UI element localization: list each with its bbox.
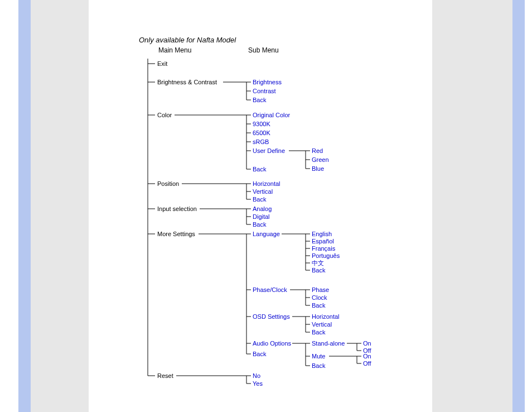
audio-mu-0: On	[363, 353, 371, 360]
sub-more-back: Back	[253, 351, 267, 357]
header-sub: Sub Menu	[248, 46, 279, 54]
osd-1: Vertical	[312, 321, 332, 328]
audio-mute: Mute	[312, 353, 325, 360]
lang-4: 中文	[312, 260, 324, 266]
lang-3: Português	[312, 252, 340, 259]
sub-more-osd: OSD Settings	[253, 313, 290, 320]
menu-bc: Brightness & Contrast	[157, 79, 217, 85]
lang-2: Français	[312, 245, 336, 252]
sub-more-phase: Phase/Clock	[253, 286, 287, 293]
sub-pos-0: Horizontal	[253, 180, 280, 187]
menu-input: Input selection	[157, 205, 197, 212]
lang-1: Español	[312, 238, 334, 245]
sub-color-3: sRGB	[253, 138, 269, 145]
audio-back: Back	[312, 362, 326, 369]
sub-more-lang: Language	[253, 231, 280, 237]
audio-sa: Stand-alone	[312, 340, 345, 347]
sub-color-ud-0: Red	[312, 147, 323, 154]
menu-more: More Settings	[157, 231, 195, 237]
phase-2: Back	[312, 302, 326, 309]
sub-bc-0: Brightness	[253, 79, 282, 85]
osd-0: Horizontal	[312, 313, 340, 320]
audio-mu-1: Off	[363, 360, 371, 367]
sub-color-ud-2: Blue	[312, 165, 324, 172]
sub-more-audio: Audio Options	[253, 340, 292, 347]
sub-in-1: Digital	[253, 213, 270, 220]
menu-tree: Main Menu Sub Menu Exit Brightness & Con…	[0, 0, 532, 412]
lang-0: English	[312, 231, 332, 237]
phase-0: Phase	[312, 286, 329, 293]
phase-1: Clock	[312, 294, 327, 301]
sub-pos-2: Back	[253, 196, 267, 203]
audio-sa-0: On	[363, 340, 371, 347]
menu-color: Color	[157, 112, 172, 118]
reset-1: Yes	[253, 380, 263, 387]
sub-color-5: Back	[253, 166, 267, 173]
menu-position: Position	[157, 180, 179, 187]
sub-color-0: Original Color	[253, 112, 291, 118]
header-main: Main Menu	[158, 46, 191, 54]
sub-in-0: Analog	[253, 205, 272, 212]
sub-color-2: 6500K	[253, 130, 270, 136]
osd-2: Back	[312, 329, 326, 336]
menu-reset: Reset	[157, 372, 173, 379]
sub-pos-1: Vertical	[253, 188, 273, 195]
sub-color-1: 9300K	[253, 121, 270, 127]
lang-5: Back	[312, 267, 326, 274]
sub-in-2: Back	[253, 221, 267, 228]
menu-exit: Exit	[157, 60, 167, 67]
sub-color-4: User Define	[253, 147, 285, 154]
sub-color-ud-1: Green	[312, 156, 329, 163]
reset-0: No	[253, 372, 260, 379]
sub-bc-1: Contrast	[253, 88, 276, 94]
sub-bc-2: Back	[253, 97, 267, 103]
